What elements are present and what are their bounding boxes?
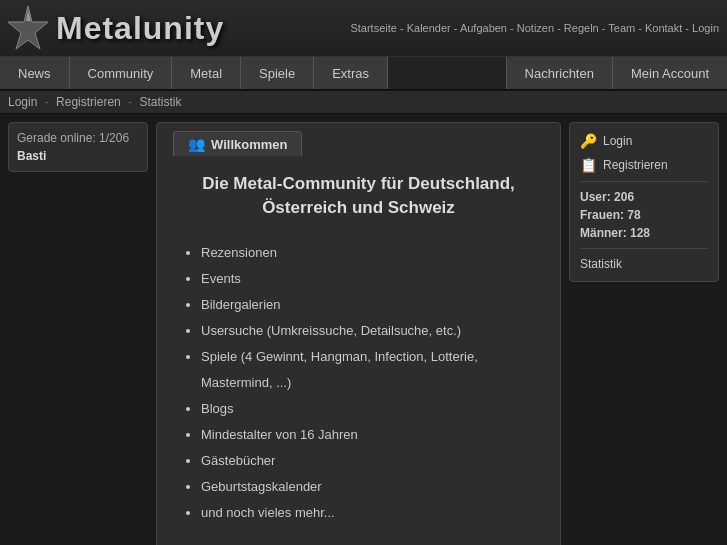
main-content: Gerade online: 1/206 Basti 👥 Willkommen … <box>0 114 727 545</box>
top-link-aufgaben[interactable]: Aufgaben <box>460 22 507 34</box>
main-title: Die Metal-Community für Deutschland, Öst… <box>177 172 540 220</box>
sub-nav-login[interactable]: Login <box>8 95 37 109</box>
feature-item: Blogs <box>201 396 540 422</box>
feature-item: Spiele (4 Gewinnt, Hangman, Infection, L… <box>201 344 540 396</box>
welcome-icon: 👥 <box>188 136 205 152</box>
feature-item: Usersuche (Umkreissuche, Detailsuche, et… <box>201 318 540 344</box>
nav-bar: News Community Metal Spiele Extras Nachr… <box>0 57 727 91</box>
online-label: Gerade online: 1/206 <box>17 131 139 145</box>
online-user: Basti <box>17 149 139 163</box>
statistik-link[interactable]: Statistik <box>580 257 708 271</box>
welcome-tab: 👥 Willkommen <box>173 131 302 156</box>
top-link-team[interactable]: Team <box>608 22 635 34</box>
logo-icon <box>4 4 52 52</box>
top-links: Startseite - Kalender - Aufgaben - Notiz… <box>350 22 719 34</box>
top-link-notizen[interactable]: Notizen <box>517 22 554 34</box>
nav-spiele-button[interactable]: Spiele <box>241 57 314 89</box>
top-link-kalender[interactable]: Kalender <box>407 22 451 34</box>
right-register-link[interactable]: 📋 Registrieren <box>580 157 708 173</box>
nav-extras-button[interactable]: Extras <box>314 57 388 89</box>
welcome-tab-label: Willkommen <box>211 137 287 152</box>
stat-men-label: Männer: <box>580 226 627 240</box>
sub-nav-sep2: - <box>128 95 132 109</box>
right-divider <box>580 181 708 182</box>
nav-mein-account-button[interactable]: Mein Account <box>612 57 727 89</box>
login-icon: 🔑 <box>580 133 597 149</box>
stat-users-label: User: <box>580 190 611 204</box>
nav-right: Nachrichten Mein Account <box>506 57 727 89</box>
feature-item: Mindestalter von 16 Jahren <box>201 422 540 448</box>
right-box: 🔑 Login 📋 Registrieren User: 206 Frauen:… <box>569 122 719 282</box>
stat-users-count: 206 <box>614 190 634 204</box>
logo-area: Metalunity <box>4 4 224 52</box>
right-divider2 <box>580 248 708 249</box>
nav-nachrichten-button[interactable]: Nachrichten <box>506 57 612 89</box>
stat-women-label: Frauen: <box>580 208 624 222</box>
feature-item: Gästebücher <box>201 448 540 474</box>
feature-list: Rezensionen Events Bildergalerien Usersu… <box>177 240 540 526</box>
top-bar: Metalunity Startseite - Kalender - Aufga… <box>0 0 727 57</box>
nav-metal-button[interactable]: Metal <box>172 57 241 89</box>
center-content: 👥 Willkommen Die Metal-Community für Deu… <box>156 122 561 545</box>
register-icon: 📋 <box>580 157 597 173</box>
top-link-regeln[interactable]: Regeln <box>564 22 599 34</box>
stat-men: Männer: 128 <box>580 226 708 240</box>
feature-item: Rezensionen <box>201 240 540 266</box>
sub-nav-sep1: - <box>45 95 49 109</box>
feature-item: Geburtstagskalender <box>201 474 540 500</box>
logo-text: Metalunity <box>56 10 224 47</box>
right-login-link[interactable]: 🔑 Login <box>580 133 708 149</box>
sub-nav-statistik[interactable]: Statistik <box>139 95 181 109</box>
stat-women-count: 78 <box>627 208 640 222</box>
feature-item: und noch vieles mehr... <box>201 500 540 526</box>
nav-news-button[interactable]: News <box>0 57 70 89</box>
feature-item: Bildergalerien <box>201 292 540 318</box>
sidebar-left: Gerade online: 1/206 Basti <box>8 122 148 180</box>
nav-community-button[interactable]: Community <box>70 57 173 89</box>
right-register-label: Registrieren <box>603 158 668 172</box>
right-login-label: Login <box>603 134 632 148</box>
stat-users: User: 206 <box>580 190 708 204</box>
stat-men-count: 128 <box>630 226 650 240</box>
sidebar-right: 🔑 Login 📋 Registrieren User: 206 Frauen:… <box>569 122 719 282</box>
center-body: Die Metal-Community für Deutschland, Öst… <box>157 156 560 545</box>
top-link-startseite[interactable]: Startseite <box>350 22 396 34</box>
sub-nav-registrieren[interactable]: Registrieren <box>56 95 121 109</box>
feature-item: Events <box>201 266 540 292</box>
online-box: Gerade online: 1/206 Basti <box>8 122 148 172</box>
top-link-login[interactable]: Login <box>692 22 719 34</box>
nav-left: News Community Metal Spiele Extras <box>0 57 388 89</box>
stat-women: Frauen: 78 <box>580 208 708 222</box>
header: Metalunity Startseite - Kalender - Aufga… <box>0 0 727 91</box>
top-link-kontakt[interactable]: Kontakt <box>645 22 682 34</box>
sub-nav: Login - Registrieren - Statistik <box>0 91 727 114</box>
